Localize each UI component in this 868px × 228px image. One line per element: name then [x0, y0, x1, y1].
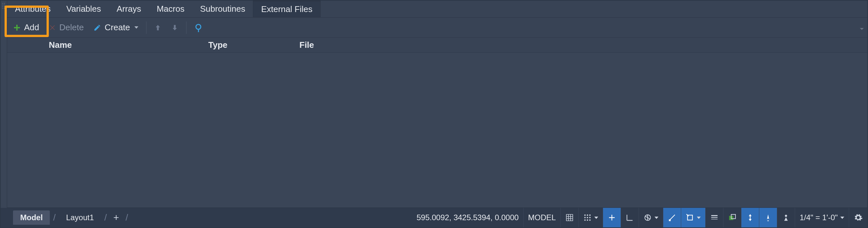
table-body-empty [7, 53, 867, 208]
status-bar: Model / Layout1 / + / 595.0092, 3425.539… [1, 208, 867, 227]
svg-point-19 [785, 215, 787, 217]
add-layout-button[interactable]: + [110, 212, 122, 223]
svg-point-4 [589, 214, 590, 216]
svg-rect-1 [198, 29, 199, 32]
snap-toggle[interactable] [578, 208, 603, 227]
space-toggle[interactable]: MODEL [523, 208, 560, 227]
layout-tab-model[interactable]: Model [13, 210, 50, 225]
layout-tabs: Model / Layout1 / + / [1, 208, 131, 227]
toolbar-separator [186, 22, 186, 34]
pencil-icon [93, 24, 101, 32]
svg-point-0 [196, 24, 201, 29]
table-header: Name Type File [7, 38, 867, 53]
osnap-toggle[interactable] [663, 208, 681, 227]
layout-tab-separator: / [122, 213, 131, 223]
selection-cycling[interactable] [741, 208, 759, 227]
panel-drag-handle[interactable] [1, 1, 7, 227]
svg-point-3 [587, 214, 588, 216]
svg-point-7 [589, 217, 590, 218]
svg-point-5 [584, 217, 586, 218]
arrow-down-icon [171, 24, 178, 32]
inspect-button[interactable] [192, 22, 206, 33]
tab-attributes[interactable]: Attributes [7, 1, 59, 17]
delete-button: Delete [47, 22, 86, 33]
add-button[interactable]: Add [11, 22, 41, 33]
chevron-down-icon [697, 217, 701, 219]
square-cursor-icon [686, 214, 694, 222]
compass-icon [764, 214, 772, 222]
chevron-down-icon [594, 217, 598, 219]
ortho-toggle[interactable] [603, 208, 621, 227]
tab-arrays[interactable]: Arrays [109, 1, 149, 17]
plus-icon [13, 24, 21, 32]
layout-tab-layout1[interactable]: Layout1 [59, 210, 101, 225]
column-header-type[interactable]: Type [203, 40, 293, 50]
toolbar-overflow[interactable] [859, 25, 865, 31]
angle-icon [625, 214, 634, 222]
grid-toggle[interactable] [560, 208, 578, 227]
layout-tab-separator: / [101, 213, 110, 223]
isoplane-icon [644, 214, 652, 222]
ortho-icon [608, 214, 616, 222]
svg-rect-15 [711, 217, 718, 218]
create-button-label: Create [104, 23, 130, 33]
svg-point-10 [589, 219, 590, 221]
create-button[interactable]: Create [91, 22, 140, 33]
scale-readout: 1/4" = 1'-0" [800, 213, 838, 222]
panel-tabs: Attributes Variables Arrays Macros Subro… [7, 1, 867, 18]
tab-external-files[interactable]: External Files [253, 1, 320, 17]
column-header-name[interactable]: Name [43, 40, 203, 50]
snap-grid-icon [583, 214, 592, 222]
person-icon [782, 214, 790, 222]
svg-rect-16 [711, 219, 718, 219]
add-button-label: Add [24, 23, 39, 33]
cycling-icon [746, 214, 754, 222]
arrow-up-icon [154, 24, 161, 32]
toolbar-separator [146, 22, 147, 34]
polar-toggle[interactable] [621, 208, 639, 227]
osnap-settings[interactable] [681, 208, 705, 227]
svg-point-9 [587, 219, 588, 221]
3d-osnap[interactable] [759, 208, 777, 227]
osnap-icon [668, 214, 676, 222]
app-root: Attributes Variables Arrays Macros Subro… [0, 0, 868, 228]
isoplane-toggle[interactable] [639, 208, 663, 227]
magnifier-icon [194, 23, 204, 33]
gear-icon [854, 213, 863, 222]
layout-tab-separator: / [50, 213, 59, 223]
svg-rect-12 [669, 219, 671, 221]
coordinates-readout: 595.0092, 3425.5394, 0.0000 [412, 208, 523, 227]
lineweight-icon [710, 214, 719, 222]
annotation-scale[interactable]: 1/4" = 1'-0" [795, 208, 849, 227]
chevron-down-icon [654, 217, 658, 219]
move-down-button [169, 23, 180, 33]
grip-dots-icon [2, 3, 5, 9]
delete-button-label: Delete [59, 23, 84, 33]
toolbar: Add Delete Create [7, 18, 867, 38]
svg-rect-14 [711, 215, 718, 216]
x-icon [49, 24, 56, 31]
dyn-ucs[interactable] [777, 208, 795, 227]
transparency-icon [728, 214, 737, 222]
customize-button[interactable] [849, 208, 867, 227]
move-up-button [152, 23, 163, 33]
column-header-file[interactable]: File [293, 40, 867, 50]
svg-point-2 [584, 214, 586, 216]
tab-macros[interactable]: Macros [149, 1, 192, 17]
svg-point-6 [587, 217, 588, 218]
tab-variables[interactable]: Variables [59, 1, 109, 17]
svg-point-8 [584, 219, 586, 221]
lineweight-toggle[interactable] [705, 208, 723, 227]
transparency-toggle[interactable] [723, 208, 741, 227]
tab-subroutines[interactable]: Subroutines [192, 1, 253, 17]
chevron-down-icon [134, 26, 138, 29]
chevron-down-icon [840, 217, 844, 219]
grid-icon [565, 214, 574, 222]
